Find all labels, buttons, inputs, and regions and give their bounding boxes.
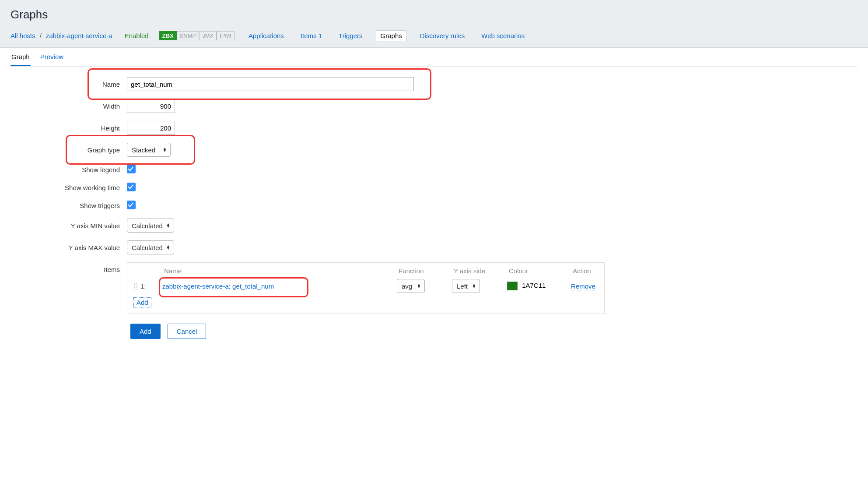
cancel-button[interactable]: Cancel <box>168 324 206 339</box>
graph-type-select[interactable]: Stacked ▲▼ <box>127 143 171 157</box>
item-name-link[interactable]: zabbix-agent-service-a: get_total_num <box>162 282 274 290</box>
y-side-value: Left <box>457 282 468 290</box>
graph-type-value: Stacked <box>132 146 155 154</box>
y-min-select[interactable]: Calculated ▲▼ <box>127 219 174 233</box>
label-show-legend: Show legend <box>0 166 127 173</box>
label-show-working-time: Show working time <box>0 184 127 191</box>
function-value: avg <box>402 282 412 290</box>
label-width: Width <box>0 102 127 110</box>
col-colour: Colour <box>509 267 570 275</box>
nav-triggers[interactable]: Triggers <box>335 30 366 41</box>
chevron-updown-icon: ▲▼ <box>166 245 170 250</box>
show-working-time-checkbox[interactable] <box>127 183 136 191</box>
colour-input[interactable] <box>522 282 557 289</box>
badge-snmp: SNMP <box>177 31 200 40</box>
badge-zbx: ZBX <box>159 31 177 40</box>
nav-items[interactable]: Items 1 <box>297 30 326 41</box>
nav-web[interactable]: Web scenarios <box>478 30 528 41</box>
nav-discovery[interactable]: Discovery rules <box>416 30 469 41</box>
colour-swatch[interactable] <box>507 282 518 290</box>
function-select[interactable]: avg ▲▼ <box>397 279 425 293</box>
show-triggers-checkbox[interactable] <box>127 201 136 209</box>
nav-graphs[interactable]: Graphs <box>376 30 407 41</box>
chevron-updown-icon: ▲▼ <box>417 284 421 288</box>
name-input[interactable] <box>127 77 414 91</box>
label-y-max: Y axis MAX value <box>0 244 127 251</box>
interface-badges: ZBX SNMP JMX IPMI <box>159 31 234 40</box>
col-name: Name <box>164 267 396 275</box>
remove-link[interactable]: Remove <box>571 282 595 290</box>
col-y-side: Y axis side <box>454 267 506 275</box>
tab-graph[interactable]: Graph <box>10 48 31 66</box>
breadcrumb-sep: / <box>40 32 42 39</box>
col-function: Function <box>399 267 451 275</box>
label-graph-type: Graph type <box>0 146 127 154</box>
col-action: Action <box>573 267 612 275</box>
items-row: 1: zabbix-agent-service-a: get_total_num… <box>133 279 598 293</box>
badge-ipmi: IPMI <box>217 31 234 40</box>
label-show-triggers: Show triggers <box>0 202 127 209</box>
breadcrumb-host[interactable]: zabbix-agent-service-a <box>46 32 112 39</box>
label-height: Height <box>0 124 127 132</box>
add-item-link[interactable]: Add <box>133 297 151 307</box>
chevron-updown-icon: ▲▼ <box>166 223 170 228</box>
tabs: Graph Preview <box>10 48 858 67</box>
badge-jmx: JMX <box>199 31 217 40</box>
breadcrumb: All hosts / zabbix-agent-service-a Enabl… <box>10 30 858 47</box>
drag-handle-icon[interactable] <box>133 282 138 290</box>
label-name: Name <box>0 81 127 88</box>
nav-applications[interactable]: Applications <box>245 30 287 41</box>
label-y-min: Y axis MIN value <box>0 222 127 229</box>
y-max-value: Calculated <box>132 244 163 251</box>
items-box: Name Function Y axis side Colour Action … <box>127 262 605 314</box>
y-max-select[interactable]: Calculated ▲▼ <box>127 240 174 254</box>
label-items: Items <box>0 262 127 273</box>
add-button[interactable]: Add <box>130 324 161 339</box>
chevron-updown-icon: ▲▼ <box>163 148 167 152</box>
status-enabled: Enabled <box>125 32 149 39</box>
width-input[interactable] <box>127 99 175 113</box>
y-min-value: Calculated <box>132 222 163 229</box>
breadcrumb-all-hosts[interactable]: All hosts <box>10 32 35 39</box>
row-index: 1: <box>140 282 146 290</box>
tab-preview[interactable]: Preview <box>39 48 64 66</box>
y-side-select[interactable]: Left ▲▼ <box>452 279 480 293</box>
chevron-updown-icon: ▲▼ <box>472 284 476 288</box>
height-input[interactable] <box>127 121 175 135</box>
show-legend-checkbox[interactable] <box>127 165 136 173</box>
page-title: Graphs <box>10 8 858 21</box>
